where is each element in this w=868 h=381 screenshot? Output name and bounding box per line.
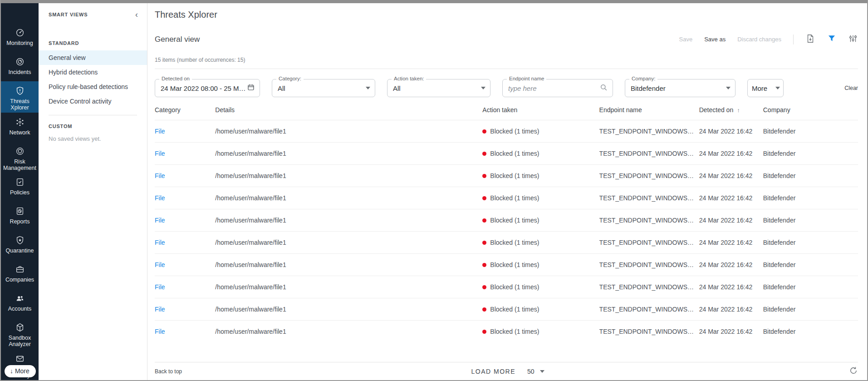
view-item-hybrid-detections[interactable]: Hybrid detections <box>39 65 147 79</box>
refresh-button[interactable] <box>849 366 858 376</box>
nav-item-risk-management[interactable]: Risk Management <box>1 142 39 173</box>
table-row[interactable]: File /home/user/malware/file1 Blocked (1… <box>155 254 858 276</box>
window-top-edge <box>1 0 867 3</box>
nav-item-network[interactable]: Network <box>1 113 39 142</box>
category-link[interactable]: File <box>155 306 165 313</box>
filter-funnel-icon <box>827 34 836 45</box>
quarantine-icon <box>15 235 25 245</box>
company-cell: Bitdefender <box>763 165 858 187</box>
column-header-company[interactable]: Company <box>763 99 858 120</box>
category-filter[interactable]: Category: All <box>272 79 375 97</box>
detected-on-cell: 24 Mar 2022 16:42 <box>699 254 763 276</box>
detected-on-cell: 24 Mar 2022 16:42 <box>699 298 763 321</box>
detected-on-filter[interactable]: Detected on 24 Mar 2022 08:00 - 25 Mar 2… <box>155 79 260 97</box>
table-row[interactable]: File /home/user/malware/file1 Blocked (1… <box>155 143 858 165</box>
category-link[interactable]: File <box>155 239 165 246</box>
column-header-detected-on[interactable]: Detected on↑ <box>699 99 763 120</box>
category-link[interactable]: File <box>155 217 165 224</box>
nav-item-monitoring[interactable]: Monitoring <box>1 23 39 52</box>
risk-management-icon <box>15 146 25 156</box>
save-button[interactable]: Save <box>679 36 693 43</box>
endpoint-name-cell: TEST_ENDPOINT_WINDOWS_10 9 <box>599 276 699 298</box>
table-row[interactable]: File /home/user/malware/file1 Blocked (1… <box>155 298 858 321</box>
nav-item-threats-xplorer[interactable]: Threats Xplorer <box>1 81 39 113</box>
custom-section-label: CUSTOM <box>39 124 147 129</box>
table-row[interactable]: File /home/user/malware/file1 Blocked (1… <box>155 321 858 343</box>
export-button[interactable] <box>805 34 815 45</box>
calendar-icon[interactable] <box>247 83 255 93</box>
clear-filters-button[interactable]: Clear <box>844 85 858 91</box>
action-taken-cell: Blocked (1 times) <box>482 165 599 187</box>
nav-label: Quarantine <box>6 247 34 254</box>
company-cell: Bitdefender <box>763 143 858 165</box>
category-link[interactable]: File <box>155 172 165 179</box>
more-filters-label: More <box>752 84 767 92</box>
nav-item-incidents[interactable]: Incidents <box>1 52 39 81</box>
more-filters-button[interactable]: More <box>747 79 784 97</box>
category-link[interactable]: File <box>155 283 165 291</box>
search-icon[interactable] <box>599 83 608 94</box>
discard-changes-button[interactable]: Discard changes <box>737 36 781 43</box>
back-to-top-button[interactable]: Back to top <box>155 368 182 375</box>
nav-item-companies[interactable]: Companies <box>1 260 39 289</box>
table-row[interactable]: File /home/user/malware/file1 Blocked (1… <box>155 120 858 143</box>
table-row[interactable]: File /home/user/malware/file1 Blocked (1… <box>155 187 858 209</box>
category-link[interactable]: File <box>155 328 165 335</box>
custom-views-empty-text: No saved views yet. <box>39 135 147 142</box>
filters-toggle-button[interactable] <box>827 34 836 45</box>
category-value: All <box>278 84 362 92</box>
category-link[interactable]: File <box>155 194 165 202</box>
details-cell: /home/user/malware/file1 <box>215 187 482 209</box>
column-header-action-taken[interactable]: Action taken <box>482 99 599 120</box>
column-settings-button[interactable] <box>848 34 858 45</box>
company-filter[interactable]: Company: Bitdefender <box>625 79 736 97</box>
table-row[interactable]: File /home/user/malware/file1 Blocked (1… <box>155 232 858 254</box>
table-footer: Back to top LOAD MORE 50 <box>155 362 858 380</box>
company-cell: Bitdefender <box>763 209 858 232</box>
threats-table: Category Details Action taken Endpoint n… <box>155 99 858 362</box>
category-label: Category: <box>276 76 304 81</box>
blocked-status-dot <box>482 174 486 178</box>
table-row[interactable]: File /home/user/malware/file1 Blocked (1… <box>155 276 858 298</box>
category-link[interactable]: File <box>155 261 165 268</box>
current-view-title: General view <box>155 35 200 44</box>
main-content: Threats Xplorer General view Save Save a… <box>147 3 867 380</box>
threats-table-body: File /home/user/malware/file1 Blocked (1… <box>155 120 858 343</box>
detected-on-cell: 24 Mar 2022 16:42 <box>699 143 763 165</box>
column-header-details[interactable]: Details <box>215 99 482 120</box>
column-header-category[interactable]: Category <box>155 99 215 120</box>
category-link[interactable]: File <box>155 128 165 135</box>
view-item-device-control-activity[interactable]: Device Control activity <box>39 94 147 109</box>
endpoint-name-input[interactable] <box>508 84 599 92</box>
endpoint-name-cell: TEST_ENDPOINT_WINDOWS_10 8 <box>599 298 699 321</box>
category-link[interactable]: File <box>155 150 165 157</box>
view-item-general-view[interactable]: General view <box>39 50 147 65</box>
nav-item-reports[interactable]: Reports <box>1 202 39 231</box>
standard-views-list: General view Hybrid detections Policy ru… <box>39 50 147 109</box>
action-taken-cell: Blocked (1 times) <box>482 276 599 298</box>
load-more-button[interactable]: LOAD MORE <box>471 368 516 375</box>
column-header-endpoint-name[interactable]: Endpoint name <box>599 99 699 120</box>
save-as-button[interactable]: Save as <box>704 36 726 43</box>
nav-item-policies[interactable]: Policies <box>1 173 39 202</box>
collapse-panel-icon[interactable]: ‹ <box>132 10 141 20</box>
nav-item-sandbox-analyzer[interactable]: Sandbox Analyzer <box>1 318 39 349</box>
nav-more-button[interactable]: ↓ More <box>5 365 36 377</box>
page-title: Threats Xplorer <box>155 3 858 22</box>
detected-on-cell: 24 Mar 2022 16:42 <box>699 321 763 343</box>
filter-bar: Detected on 24 Mar 2022 08:00 - 25 Mar 2… <box>155 79 858 97</box>
action-taken-filter[interactable]: Action taken: All <box>387 79 490 97</box>
nav-label: Reports <box>10 218 30 225</box>
details-cell: /home/user/malware/file1 <box>215 143 482 165</box>
action-taken-cell: Blocked (1 times) <box>482 298 599 321</box>
nav-item-quarantine[interactable]: Quarantine <box>1 231 39 260</box>
table-row[interactable]: File /home/user/malware/file1 Blocked (1… <box>155 209 858 232</box>
view-item-policy-rule-based-detections[interactable]: Policy rule-based detections <box>39 79 147 94</box>
details-cell: /home/user/malware/file1 <box>215 120 482 143</box>
endpoint-name-cell: TEST_ENDPOINT_WINDOWS_10 3 <box>599 187 699 209</box>
nav-item-accounts[interactable]: Accounts <box>1 289 39 318</box>
table-row[interactable]: File /home/user/malware/file1 Blocked (1… <box>155 165 858 187</box>
company-cell: Bitdefender <box>763 232 858 254</box>
page-size-selector[interactable]: 50 <box>527 368 544 375</box>
action-taken-cell: Blocked (1 times) <box>482 232 599 254</box>
